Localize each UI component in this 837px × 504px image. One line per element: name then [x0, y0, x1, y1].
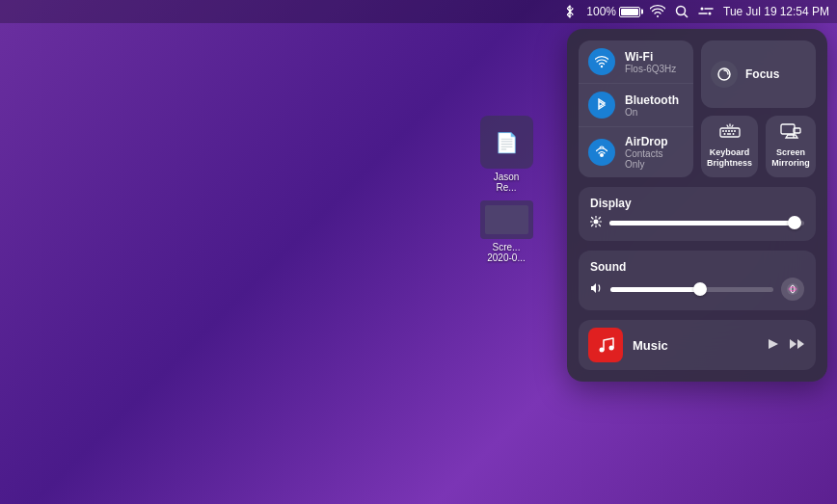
desktop-item-screenshot[interactable]: Scre...2020-0... [472, 200, 540, 263]
bluetooth-menubar-icon[interactable] [563, 5, 577, 18]
bluetooth-text: Bluetooth On [625, 93, 679, 118]
music-app-icon [588, 328, 623, 362]
wifi-text: Wi-Fi Flos-6Q3Hz [625, 50, 676, 74]
desktop-item-jason[interactable]: 📄 JasonRe... [472, 116, 540, 193]
bluetooth-name: Bluetooth [625, 93, 679, 107]
music-skip-button[interactable] [789, 337, 806, 354]
control-center-menubar-icon[interactable] [698, 5, 714, 18]
keyboard-brightness-button[interactable]: Keyboard Brightness [701, 116, 758, 177]
file-label-jason: JasonRe... [494, 172, 520, 193]
svg-line-31 [599, 217, 601, 219]
bluetooth-icon-circle [588, 92, 615, 119]
focus-button[interactable]: Focus [701, 40, 816, 108]
control-center-top-grid: Wi-Fi Flos-6Q3Hz Bluetooth On [579, 40, 816, 177]
screen-mirroring-button[interactable]: Screen Mirroring [766, 116, 816, 177]
music-app-label: Music [633, 338, 756, 353]
screen-mirroring-label: Screen Mirroring [771, 147, 810, 170]
airdrop-name: AirDrop [625, 135, 684, 148]
svg-point-4 [709, 13, 712, 15]
airdrop-toggle[interactable]: AirDrop Contacts Only [579, 127, 693, 177]
right-column: Focus [701, 40, 816, 177]
wifi-icon-circle [588, 48, 615, 75]
battery-percent-label: 100% [586, 5, 616, 18]
file-label-screenshot: Scre...2020-0... [487, 242, 525, 263]
wifi-sub: Flos-6Q3Hz [625, 64, 676, 74]
svg-point-24 [594, 219, 599, 224]
sound-icon [590, 282, 603, 297]
date-label: Tue Jul 19 [723, 5, 777, 18]
siri-button[interactable] [781, 278, 804, 301]
battery-icon [619, 7, 640, 17]
connectivity-block: Wi-Fi Flos-6Q3Hz Bluetooth On [579, 40, 693, 177]
svg-rect-22 [781, 124, 795, 134]
svg-line-20 [727, 125, 728, 127]
screen-mirroring-icon [780, 123, 801, 144]
battery-indicator[interactable]: 100% [586, 5, 640, 18]
music-play-button[interactable] [766, 337, 779, 354]
airdrop-text: AirDrop Contacts Only [625, 135, 684, 170]
svg-point-2 [701, 8, 704, 11]
search-menubar-icon[interactable] [675, 5, 688, 18]
brightness-slider-row [590, 214, 804, 231]
svg-point-6 [601, 66, 603, 67]
display-section: Display [579, 187, 816, 241]
desktop-files-area: 📄 JasonRe... Scre...2020-0... [472, 116, 540, 263]
svg-rect-9 [720, 128, 740, 137]
music-section[interactable]: Music [579, 320, 816, 370]
battery-fill [621, 9, 638, 15]
file-icon: 📄 [480, 116, 533, 169]
airdrop-sub: Contacts Only [625, 148, 684, 170]
music-controls [766, 337, 806, 354]
wifi-name: Wi-Fi [625, 50, 676, 64]
svg-point-0 [677, 7, 686, 15]
wifi-toggle[interactable]: Wi-Fi Flos-6Q3Hz [579, 40, 693, 84]
bluetooth-toggle[interactable]: Bluetooth On [579, 84, 693, 127]
svg-line-21 [732, 125, 733, 127]
brightness-slider[interactable] [609, 214, 804, 231]
svg-line-29 [592, 217, 594, 219]
airdrop-icon-circle [588, 139, 615, 166]
date-time-display[interactable]: Tue Jul 19 12:54 PM [723, 5, 829, 18]
small-buttons-row: Keyboard Brightness Screen Mirroring [701, 116, 816, 177]
display-section-label: Display [590, 197, 804, 210]
brightness-low-icon [590, 216, 602, 230]
svg-line-32 [592, 225, 594, 226]
screenshot-preview-icon [480, 200, 533, 239]
bluetooth-sub: On [625, 107, 679, 118]
keyboard-brightness-icon [719, 123, 741, 144]
wifi-menubar-icon[interactable] [650, 5, 665, 18]
control-center-panel: Wi-Fi Flos-6Q3Hz Bluetooth On [567, 29, 827, 382]
menu-bar: 100% Tue Jul 19 12:54 PM [0, 0, 837, 23]
time-label: 12:54 PM [780, 5, 829, 18]
svg-line-1 [685, 14, 688, 18]
svg-point-7 [600, 153, 604, 157]
svg-point-37 [609, 346, 614, 351]
sound-section-label: Sound [590, 260, 804, 274]
svg-line-30 [599, 225, 601, 226]
svg-point-36 [600, 348, 605, 353]
volume-slider[interactable] [610, 280, 773, 298]
sound-slider-row [590, 278, 804, 301]
keyboard-brightness-label: Keyboard Brightness [707, 147, 752, 170]
focus-icon [711, 61, 738, 88]
focus-label: Focus [745, 67, 779, 81]
sound-section: Sound [579, 251, 816, 310]
